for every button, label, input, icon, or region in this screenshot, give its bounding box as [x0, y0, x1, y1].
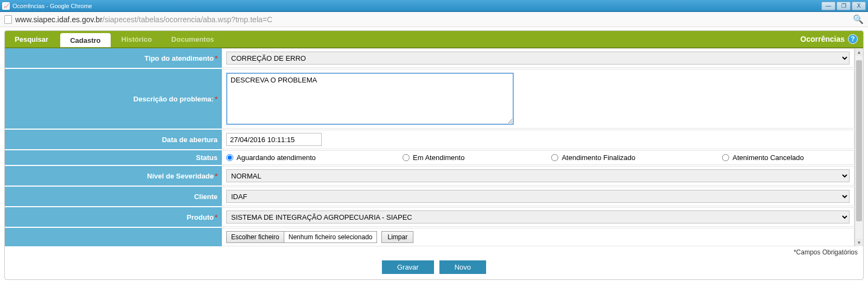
form-body: Tipo do atendimento* CORREÇÃO DE ERRO De…: [5, 48, 854, 246]
page-title: Ocorrências: [800, 35, 845, 43]
label-descricao: Descrição do problema:*: [5, 69, 222, 129]
select-produto[interactable]: SISTEMA DE INTEGRAÇÃO AGROPECUARIA - SIA…: [226, 210, 850, 224]
tab-pesquisar[interactable]: Pesquisar: [5, 31, 58, 47]
tab-row: Pesquisar Cadastro Histórico Documentos …: [5, 31, 863, 48]
radio-em-atendimento[interactable]: Em Atendimento: [403, 154, 464, 162]
window-titlebar: 📈 Ocorrências - Google Chrome — ❐ X: [0, 0, 868, 12]
new-button[interactable]: Novo: [439, 260, 486, 274]
select-cliente[interactable]: IDAF: [226, 190, 850, 203]
select-severidade[interactable]: NORMAL: [226, 169, 850, 182]
save-button[interactable]: Gravar: [382, 260, 434, 274]
help-icon[interactable]: ?: [848, 34, 858, 44]
input-data-abertura[interactable]: [226, 133, 322, 146]
scroll-down-arrow[interactable]: ▼: [855, 239, 863, 246]
app-icon: 📈: [2, 2, 10, 10]
label-status: Status: [5, 150, 222, 165]
window-maximize-button[interactable]: ❐: [837, 2, 851, 10]
address-bar: www.siapec.idaf.es.gov.br/siapecest/tabe…: [0, 12, 868, 27]
window-close-button[interactable]: X: [852, 2, 866, 10]
label-file: [5, 228, 222, 246]
page-icon: [4, 15, 12, 24]
window-minimize-button[interactable]: —: [821, 2, 835, 10]
label-severidade: Nível de Severidade*: [5, 166, 222, 186]
vertical-scrollbar[interactable]: ▲ ▼: [854, 48, 863, 246]
tab-cadastro[interactable]: Cadastro: [60, 33, 110, 47]
textarea-descricao-problema[interactable]: [226, 73, 514, 125]
label-data-abertura: Data de abertura: [5, 130, 222, 149]
label-cliente: Cliente: [5, 187, 222, 206]
url-text[interactable]: www.siapec.idaf.es.gov.br/siapecest/tabe…: [15, 15, 272, 24]
radio-finalizado[interactable]: Atendimento Finalizado: [551, 154, 635, 162]
clear-file-button[interactable]: Limpar: [381, 231, 413, 243]
file-status-text: Nenhum ficheiro selecionado: [284, 232, 377, 242]
label-produto: Produto*: [5, 207, 222, 227]
tab-historico: Histórico: [112, 31, 162, 47]
window-title: Ocorrências - Google Chrome: [12, 3, 92, 9]
file-input[interactable]: Escolher ficheiro Nenhum ficheiro seleci…: [226, 231, 377, 243]
scroll-up-arrow[interactable]: ▲: [855, 48, 863, 56]
choose-file-button[interactable]: Escolher ficheiro: [227, 232, 284, 242]
radio-cancelado[interactable]: Atenimento Cancelado: [722, 154, 804, 162]
radio-aguardando[interactable]: Aguardando atendimento: [226, 154, 316, 162]
zoom-icon[interactable]: 🔍: [853, 14, 864, 24]
tab-documentos: Documentos: [162, 31, 224, 47]
select-tipo-atendimento[interactable]: CORREÇÃO DE ERRO: [226, 52, 850, 65]
required-fields-note: *Campos Obrigatórios: [5, 246, 863, 257]
label-tipo: Tipo do atendimento*: [5, 48, 222, 68]
scroll-thumb[interactable]: [856, 60, 862, 221]
